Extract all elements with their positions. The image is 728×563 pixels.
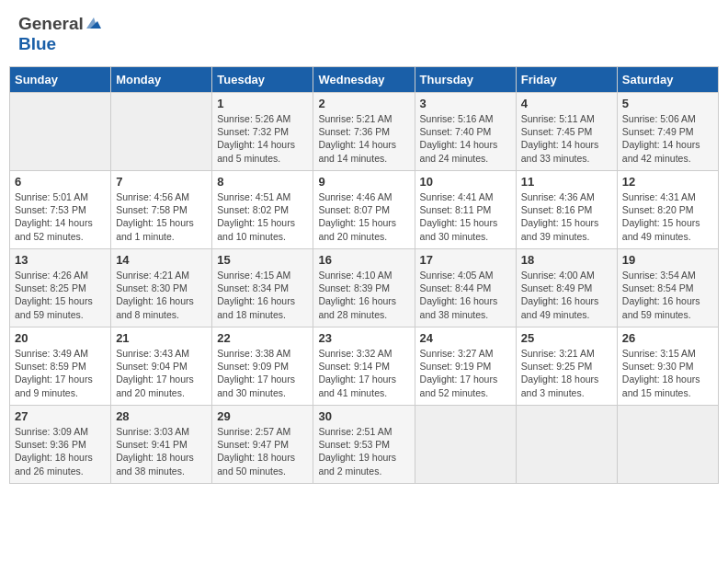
calendar-week-row: 6Sunrise: 5:01 AM Sunset: 7:53 PM Daylig… bbox=[10, 171, 719, 249]
day-number: 20 bbox=[15, 331, 106, 345]
day-number: 14 bbox=[116, 253, 207, 267]
day-info: Sunrise: 4:15 AM Sunset: 8:34 PM Dayligh… bbox=[217, 269, 308, 321]
day-number: 7 bbox=[116, 175, 207, 189]
day-number: 26 bbox=[622, 331, 713, 345]
calendar-cell: 9Sunrise: 4:46 AM Sunset: 8:07 PM Daylig… bbox=[313, 171, 415, 249]
calendar-cell: 11Sunrise: 4:36 AM Sunset: 8:16 PM Dayli… bbox=[516, 171, 617, 249]
day-info: Sunrise: 3:54 AM Sunset: 8:54 PM Dayligh… bbox=[622, 269, 713, 321]
day-number: 15 bbox=[217, 253, 308, 267]
calendar-cell: 28Sunrise: 3:03 AM Sunset: 9:41 PM Dayli… bbox=[111, 406, 212, 484]
day-info: Sunrise: 5:06 AM Sunset: 7:49 PM Dayligh… bbox=[622, 112, 713, 165]
day-info: Sunrise: 3:43 AM Sunset: 9:04 PM Dayligh… bbox=[116, 347, 207, 399]
logo-general-text: General bbox=[18, 14, 84, 34]
day-info: Sunrise: 4:26 AM Sunset: 8:25 PM Dayligh… bbox=[15, 269, 106, 321]
day-info: Sunrise: 3:27 AM Sunset: 9:19 PM Dayligh… bbox=[420, 347, 511, 399]
day-number: 4 bbox=[521, 97, 612, 110]
calendar-cell: 14Sunrise: 4:21 AM Sunset: 8:30 PM Dayli… bbox=[111, 249, 212, 327]
calendar-cell bbox=[617, 406, 718, 484]
day-info: Sunrise: 5:26 AM Sunset: 7:32 PM Dayligh… bbox=[217, 112, 308, 165]
day-info: Sunrise: 4:10 AM Sunset: 8:39 PM Dayligh… bbox=[318, 269, 409, 321]
calendar-cell: 8Sunrise: 4:51 AM Sunset: 8:02 PM Daylig… bbox=[212, 171, 313, 249]
calendar-cell: 17Sunrise: 4:05 AM Sunset: 8:44 PM Dayli… bbox=[415, 249, 516, 327]
day-of-week-header: Thursday bbox=[415, 67, 516, 93]
calendar-cell: 5Sunrise: 5:06 AM Sunset: 7:49 PM Daylig… bbox=[617, 93, 718, 171]
day-of-week-header: Saturday bbox=[617, 67, 718, 93]
day-number: 10 bbox=[420, 175, 511, 189]
calendar-cell bbox=[111, 93, 212, 171]
calendar-cell: 18Sunrise: 4:00 AM Sunset: 8:49 PM Dayli… bbox=[516, 249, 617, 327]
day-info: Sunrise: 5:21 AM Sunset: 7:36 PM Dayligh… bbox=[318, 112, 409, 165]
day-info: Sunrise: 4:51 AM Sunset: 8:02 PM Dayligh… bbox=[217, 190, 308, 243]
day-info: Sunrise: 3:38 AM Sunset: 9:09 PM Dayligh… bbox=[217, 347, 308, 399]
day-info: Sunrise: 2:57 AM Sunset: 9:47 PM Dayligh… bbox=[217, 425, 308, 477]
calendar-cell bbox=[516, 406, 617, 484]
calendar-week-row: 20Sunrise: 3:49 AM Sunset: 8:59 PM Dayli… bbox=[10, 327, 719, 406]
day-number: 29 bbox=[217, 409, 308, 423]
day-info: Sunrise: 5:16 AM Sunset: 7:40 PM Dayligh… bbox=[420, 112, 511, 165]
calendar-cell: 26Sunrise: 3:15 AM Sunset: 9:30 PM Dayli… bbox=[617, 327, 718, 406]
calendar-cell: 23Sunrise: 3:32 AM Sunset: 9:14 PM Dayli… bbox=[313, 327, 415, 406]
day-info: Sunrise: 4:36 AM Sunset: 8:16 PM Dayligh… bbox=[521, 190, 612, 243]
day-info: Sunrise: 4:31 AM Sunset: 8:20 PM Dayligh… bbox=[622, 190, 713, 243]
day-info: Sunrise: 3:32 AM Sunset: 9:14 PM Dayligh… bbox=[318, 347, 409, 399]
day-number: 25 bbox=[521, 331, 612, 345]
calendar-header-row: SundayMondayTuesdayWednesdayThursdayFrid… bbox=[10, 67, 719, 93]
calendar-cell: 12Sunrise: 4:31 AM Sunset: 8:20 PM Dayli… bbox=[617, 171, 718, 249]
calendar-cell: 15Sunrise: 4:15 AM Sunset: 8:34 PM Dayli… bbox=[212, 249, 313, 327]
day-info: Sunrise: 3:03 AM Sunset: 9:41 PM Dayligh… bbox=[116, 425, 207, 477]
calendar-cell: 20Sunrise: 3:49 AM Sunset: 8:59 PM Dayli… bbox=[10, 327, 111, 406]
day-number: 21 bbox=[116, 331, 207, 345]
day-number: 24 bbox=[420, 331, 511, 345]
day-number: 30 bbox=[318, 409, 409, 423]
day-number: 9 bbox=[318, 175, 409, 189]
day-info: Sunrise: 3:15 AM Sunset: 9:30 PM Dayligh… bbox=[622, 347, 713, 399]
day-info: Sunrise: 4:05 AM Sunset: 8:44 PM Dayligh… bbox=[420, 269, 511, 321]
day-info: Sunrise: 2:51 AM Sunset: 9:53 PM Dayligh… bbox=[318, 425, 409, 477]
calendar-cell: 29Sunrise: 2:57 AM Sunset: 9:47 PM Dayli… bbox=[212, 406, 313, 484]
day-number: 6 bbox=[15, 175, 106, 189]
day-number: 18 bbox=[521, 253, 612, 267]
day-info: Sunrise: 4:41 AM Sunset: 8:11 PM Dayligh… bbox=[420, 190, 511, 243]
calendar-cell: 30Sunrise: 2:51 AM Sunset: 9:53 PM Dayli… bbox=[313, 406, 415, 484]
day-of-week-header: Sunday bbox=[10, 67, 111, 93]
logo-arrow-icon bbox=[85, 14, 102, 34]
day-of-week-header: Tuesday bbox=[212, 67, 313, 93]
day-info: Sunrise: 3:21 AM Sunset: 9:25 PM Dayligh… bbox=[521, 347, 612, 399]
calendar-week-row: 13Sunrise: 4:26 AM Sunset: 8:25 PM Dayli… bbox=[10, 249, 719, 327]
day-info: Sunrise: 5:11 AM Sunset: 7:45 PM Dayligh… bbox=[521, 112, 612, 165]
day-number: 1 bbox=[217, 97, 308, 110]
logo-blue-text: Blue bbox=[18, 34, 56, 53]
calendar-cell: 24Sunrise: 3:27 AM Sunset: 9:19 PM Dayli… bbox=[415, 327, 516, 406]
day-of-week-header: Friday bbox=[516, 67, 617, 93]
day-info: Sunrise: 3:49 AM Sunset: 8:59 PM Dayligh… bbox=[15, 347, 106, 399]
logo: General Blue bbox=[18, 14, 102, 54]
calendar-cell: 13Sunrise: 4:26 AM Sunset: 8:25 PM Dayli… bbox=[10, 249, 111, 327]
calendar-cell: 22Sunrise: 3:38 AM Sunset: 9:09 PM Dayli… bbox=[212, 327, 313, 406]
day-info: Sunrise: 4:21 AM Sunset: 8:30 PM Dayligh… bbox=[116, 269, 207, 321]
calendar-cell: 2Sunrise: 5:21 AM Sunset: 7:36 PM Daylig… bbox=[313, 93, 415, 171]
calendar-cell: 16Sunrise: 4:10 AM Sunset: 8:39 PM Dayli… bbox=[313, 249, 415, 327]
day-number: 2 bbox=[318, 97, 409, 110]
day-info: Sunrise: 4:00 AM Sunset: 8:49 PM Dayligh… bbox=[521, 269, 612, 321]
day-number: 16 bbox=[318, 253, 409, 267]
calendar-cell: 4Sunrise: 5:11 AM Sunset: 7:45 PM Daylig… bbox=[516, 93, 617, 171]
day-number: 3 bbox=[420, 97, 511, 110]
calendar-cell: 21Sunrise: 3:43 AM Sunset: 9:04 PM Dayli… bbox=[111, 327, 212, 406]
calendar-table: SundayMondayTuesdayWednesdayThursdayFrid… bbox=[9, 66, 719, 484]
day-number: 17 bbox=[420, 253, 511, 267]
day-number: 23 bbox=[318, 331, 409, 345]
calendar-cell: 7Sunrise: 4:56 AM Sunset: 7:58 PM Daylig… bbox=[111, 171, 212, 249]
day-number: 8 bbox=[217, 175, 308, 189]
day-info: Sunrise: 3:09 AM Sunset: 9:36 PM Dayligh… bbox=[15, 425, 106, 477]
day-info: Sunrise: 5:01 AM Sunset: 7:53 PM Dayligh… bbox=[15, 190, 106, 243]
calendar-week-row: 27Sunrise: 3:09 AM Sunset: 9:36 PM Dayli… bbox=[10, 406, 719, 484]
day-of-week-header: Monday bbox=[111, 67, 212, 93]
day-number: 27 bbox=[15, 409, 106, 423]
day-number: 11 bbox=[521, 175, 612, 189]
day-info: Sunrise: 4:46 AM Sunset: 8:07 PM Dayligh… bbox=[318, 190, 409, 243]
day-number: 5 bbox=[622, 97, 713, 110]
calendar-week-row: 1Sunrise: 5:26 AM Sunset: 7:32 PM Daylig… bbox=[10, 93, 719, 171]
day-number: 28 bbox=[116, 409, 207, 423]
calendar-cell bbox=[10, 93, 111, 171]
day-info: Sunrise: 4:56 AM Sunset: 7:58 PM Dayligh… bbox=[116, 190, 207, 243]
